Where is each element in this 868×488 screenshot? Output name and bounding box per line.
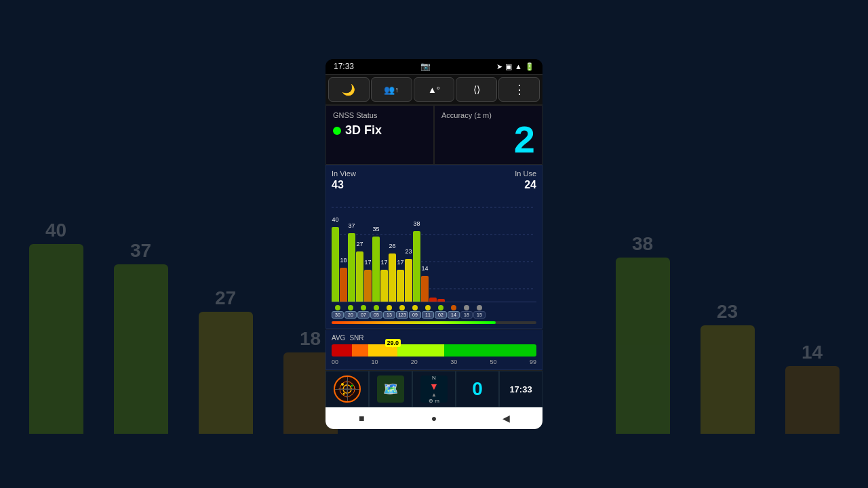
bar-18-a <box>429 298 437 302</box>
sat-id-20: 20 <box>344 305 357 319</box>
bar-30-b-value: 18 <box>340 257 347 264</box>
accuracy-panel: Accuracy (± m) 2 <box>434 105 542 165</box>
sat-id-18: 18 <box>460 305 473 319</box>
scroll-fill <box>332 321 496 324</box>
snr-marker: 29.0 <box>385 339 401 347</box>
snr-bar: 29.0 <box>332 344 536 357</box>
sat-dot-11 <box>425 305 431 310</box>
sat-dot-20 <box>348 305 353 310</box>
sky-view-icon <box>334 375 361 403</box>
sat-id-box-07: 07 <box>357 311 370 319</box>
share-button[interactable]: ⟨⟩ <box>456 77 497 102</box>
bar-group-13: 17 <box>380 270 388 302</box>
gnss-panel: GNSS Status 3D Fix <box>326 105 434 165</box>
android-square-button[interactable]: ■ <box>355 411 368 425</box>
bg-bar-group: 23 <box>701 301 755 434</box>
nav-compass[interactable]: N ▼ ▲ ⊕ m <box>412 371 456 407</box>
bar-group-14: 14 <box>421 276 429 302</box>
snr-ticks: 00 10 20 30 50 99 <box>332 359 536 365</box>
bar-group-11: 23 <box>405 259 412 302</box>
bar-09-a-value: 17 <box>397 259 403 266</box>
bar-30-b: 18 <box>340 268 347 302</box>
svg-point-10 <box>343 393 345 395</box>
svg-point-9 <box>351 385 353 387</box>
compass-icon: N ▼ ▲ ⊕ m <box>420 375 448 403</box>
bar-02-a: 38 <box>413 231 420 302</box>
sat-id-box-18: 18 <box>460 311 473 319</box>
bg-bar <box>29 244 83 434</box>
bar-13-a: 17 <box>380 270 388 302</box>
sat-dot-15 <box>477 305 482 310</box>
bar-14-a: 14 <box>421 276 429 302</box>
tick-50: 50 <box>490 359 497 365</box>
snr-panel: AVG SNR 29.0 00 10 20 30 50 99 <box>326 329 542 370</box>
sat-id-box-05: 05 <box>370 311 382 319</box>
nav-time[interactable]: 17:33 <box>499 371 542 407</box>
bg-bar <box>785 366 840 434</box>
status-icons: ➤ ▣ ▲ 🔋 <box>496 62 534 71</box>
chart-area: 40 18 37 27 17 <box>332 194 536 302</box>
accuracy-value: 2 <box>441 121 535 159</box>
bg-bar-label: 23 <box>717 301 738 323</box>
satellite-panel: In View In Use 43 24 40 18 <box>326 165 542 329</box>
bar-09-a: 17 <box>397 270 404 302</box>
sat-dot-05 <box>374 305 379 310</box>
sat-id-11: 11 <box>422 305 434 319</box>
bar-group-123: 26 <box>389 253 396 302</box>
sat-id-02: 02 <box>435 305 447 319</box>
android-nav: ■ ● ◀ <box>326 407 542 429</box>
bg-bar-label: 38 <box>632 233 653 255</box>
bar-group-05: 35 <box>372 237 380 302</box>
sat-id-15: 15 <box>473 305 486 319</box>
nav-sky-view[interactable] <box>326 371 369 407</box>
bar-02-a-value: 38 <box>413 220 420 227</box>
bg-bar-group: 38 <box>616 233 670 434</box>
tick-20: 20 <box>411 359 418 365</box>
sat-id-box-30: 30 <box>332 311 344 319</box>
sat-dot-18 <box>464 305 469 310</box>
sat-id-box-15: 15 <box>473 311 486 319</box>
sat-id-123: 123 <box>396 305 408 319</box>
bg-bar-label: 37 <box>130 240 151 262</box>
battery-icon: 🔋 <box>525 62 534 71</box>
bar-30-a-value: 40 <box>332 216 338 223</box>
satellite-header: In View In Use <box>332 169 536 178</box>
in-use-label: In Use <box>515 169 536 178</box>
night-mode-button[interactable]: 🌙 <box>328 77 370 102</box>
sat-id-07: 07 <box>357 305 370 319</box>
wifi-icon: ▲ <box>515 62 522 70</box>
more-button[interactable]: ⋮ <box>498 77 540 102</box>
nav-map[interactable]: 🗺️ <box>369 371 412 407</box>
bar-13-a-value: 17 <box>380 259 387 266</box>
status-time: 17:33 <box>334 62 354 71</box>
bar-123-a: 26 <box>389 253 396 302</box>
sat-id-box-123: 123 <box>396 311 408 319</box>
navigation-button[interactable]: ▲° <box>414 77 455 102</box>
gnss-status-text: 3D Fix <box>345 123 382 138</box>
nav-speed[interactable]: 0 <box>456 371 499 407</box>
bar-20-a: 37 <box>348 233 355 302</box>
sat-id-box-13: 13 <box>383 311 395 319</box>
bg-bar-label: 40 <box>45 220 66 241</box>
sat-id-13: 13 <box>383 305 395 319</box>
bg-bar <box>199 312 253 434</box>
android-home-button[interactable]: ● <box>427 411 441 425</box>
avg-label: AVG <box>332 334 345 342</box>
sat-id-box-11: 11 <box>422 311 434 319</box>
people-button[interactable]: 👥↑ <box>371 77 412 102</box>
satellite-counts: 43 24 <box>332 179 536 191</box>
gnss-title: GNSS Status <box>333 111 427 119</box>
bar-07-a: 27 <box>356 251 363 302</box>
gnss-dot <box>333 127 341 135</box>
bar-group-18 <box>429 298 437 302</box>
sim-icon: ▣ <box>505 62 512 71</box>
bar-07-b: 17 <box>364 270 372 302</box>
bar-group-09: 17 <box>397 270 404 302</box>
sat-id-09: 09 <box>409 305 421 319</box>
android-back-button[interactable]: ◀ <box>500 411 513 425</box>
phone-frame: 17:33 📷 ➤ ▣ ▲ 🔋 🌙 👥↑ ▲° ⟨⟩ ⋮ GNSS Status… <box>326 59 542 429</box>
in-view-label: In View <box>332 169 356 178</box>
bar-14-a-value: 14 <box>421 265 428 272</box>
bar-group-15 <box>437 299 445 302</box>
sat-id-box-20: 20 <box>344 311 357 319</box>
